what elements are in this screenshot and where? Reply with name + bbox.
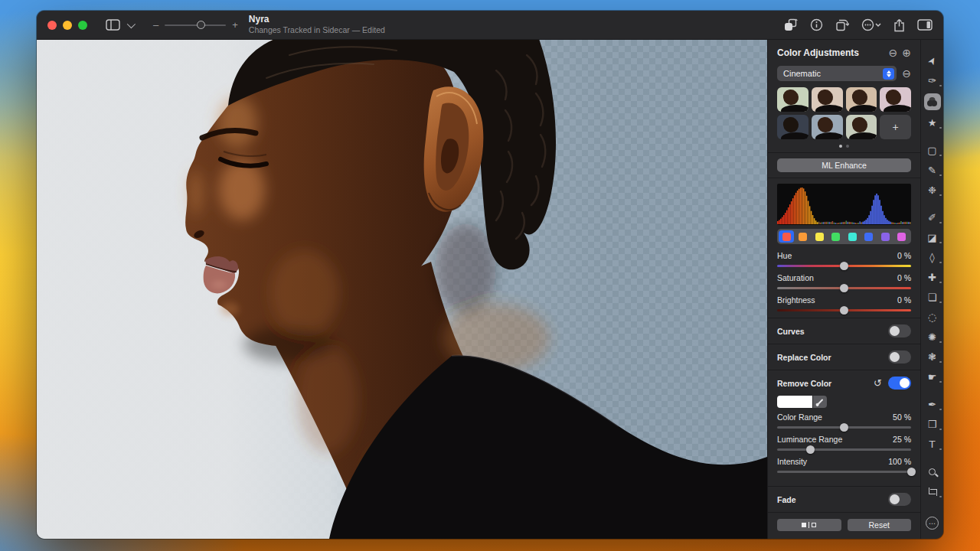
toggle-left-sidebar-icon[interactable] xyxy=(106,19,120,31)
remove-color-toggle[interactable] xyxy=(888,377,911,390)
page-dot[interactable] xyxy=(839,145,842,148)
replace-color-toggle[interactable] xyxy=(888,350,911,364)
free-selection-tool[interactable]: ✎ xyxy=(924,163,941,178)
more-tools-button[interactable]: ⋯ xyxy=(926,517,939,530)
zoom-tool[interactable] xyxy=(924,465,941,479)
slider-value: 25 % xyxy=(893,435,911,444)
rotate-icon[interactable] xyxy=(835,18,849,31)
quick-selection-tool[interactable]: ❉ xyxy=(924,183,941,197)
slider-thumb[interactable] xyxy=(840,262,848,270)
slider-value: 0 % xyxy=(897,273,911,282)
slider-label: Hue xyxy=(777,251,792,260)
preset-thumbnail[interactable] xyxy=(846,87,877,112)
preset-thumbnail[interactable] xyxy=(777,115,808,139)
document-title: Nyra xyxy=(249,14,385,25)
slider-row: Brightness0 % xyxy=(777,295,911,311)
titlebar: – + Nyra Changes Tracked in Sidecar — Ed… xyxy=(37,11,943,40)
minimize-button[interactable] xyxy=(63,21,72,30)
preset-thumbnail[interactable] xyxy=(812,87,843,112)
curves-toggle[interactable] xyxy=(888,324,911,337)
remove-preset-icon[interactable]: ⊖ xyxy=(902,68,911,79)
erase-tool[interactable]: ◊ xyxy=(924,250,941,265)
slider-thumb[interactable] xyxy=(840,306,848,315)
slider-thumb[interactable] xyxy=(806,445,815,454)
image-canvas[interactable] xyxy=(37,40,767,539)
add-adjustment-icon[interactable]: ⊕ xyxy=(902,47,911,58)
color-swatch[interactable] xyxy=(812,230,827,243)
slider-track[interactable] xyxy=(777,309,911,311)
crop-tool[interactable] xyxy=(924,484,941,499)
replace-color-label: Replace Color xyxy=(777,353,831,362)
slider-thumb[interactable] xyxy=(840,284,848,292)
titlebar-actions xyxy=(784,18,933,32)
reset-adjustment-icon[interactable]: ↺ xyxy=(874,377,882,389)
slider-track[interactable] xyxy=(777,448,911,451)
pen-tool[interactable]: ✒ xyxy=(924,397,941,412)
color-swatch[interactable] xyxy=(861,230,877,243)
repair-tool[interactable]: ✚ xyxy=(924,270,941,285)
fade-label: Fade xyxy=(777,495,796,504)
stepper-icon[interactable] xyxy=(883,68,894,80)
fade-toggle[interactable] xyxy=(888,493,911,506)
slider-label: Intensity xyxy=(777,457,807,466)
slider-track[interactable] xyxy=(777,426,911,429)
versions-icon[interactable] xyxy=(784,18,798,31)
style-tool[interactable]: ✑ xyxy=(924,73,941,88)
share-icon[interactable] xyxy=(893,18,905,32)
zoom-slider-knob[interactable] xyxy=(197,21,205,29)
pixel-tool[interactable]: ❃ xyxy=(924,350,941,364)
effects-tool[interactable]: ★ xyxy=(924,116,941,130)
color-swatch[interactable] xyxy=(844,230,860,243)
ml-enhance-button[interactable]: ML Enhance xyxy=(777,158,911,172)
preset-dropdown[interactable]: Cinematic xyxy=(777,66,897,81)
slider-label: Color Range xyxy=(777,412,822,422)
remove-color-sliders: Color Range50 %Luminance Range25 %Intens… xyxy=(777,412,911,479)
chevron-down-icon[interactable] xyxy=(127,19,136,28)
slider-track[interactable] xyxy=(777,265,911,267)
slider-track[interactable] xyxy=(777,471,911,473)
hsb-sliders: Hue0 %Saturation0 %Brightness0 % xyxy=(777,251,911,318)
more-options-icon[interactable] xyxy=(861,18,881,31)
page-dots xyxy=(768,139,920,152)
toggle-right-sidebar-icon[interactable] xyxy=(917,19,933,31)
collapse-all-icon[interactable]: ⊖ xyxy=(889,47,898,58)
page-dot[interactable] xyxy=(846,145,849,148)
sharpen-tool[interactable]: ✺ xyxy=(924,330,941,344)
blur-tool[interactable]: ◌ xyxy=(924,310,941,324)
close-button[interactable] xyxy=(47,21,57,30)
preset-thumbnail[interactable] xyxy=(777,87,808,112)
color-swatch[interactable] xyxy=(795,230,811,243)
info-icon[interactable] xyxy=(810,18,823,31)
eyedropper-button[interactable] xyxy=(813,396,827,408)
compare-button[interactable] xyxy=(777,519,841,531)
clone-tool[interactable]: ❏ xyxy=(924,290,941,305)
zoom-out-button[interactable]: – xyxy=(153,20,158,30)
preset-thumbnail[interactable] xyxy=(880,87,911,112)
color-well[interactable] xyxy=(777,396,812,408)
shape-tool[interactable]: ❒ xyxy=(924,417,941,432)
slider-thumb[interactable] xyxy=(907,468,916,476)
zoom-slider[interactable] xyxy=(165,24,226,26)
smudge-tool[interactable]: ☛ xyxy=(924,370,941,384)
paint-tool[interactable]: ✐ xyxy=(924,210,941,225)
slider-thumb[interactable] xyxy=(840,423,848,432)
add-preset-button[interactable]: + xyxy=(880,115,911,139)
reset-button[interactable]: Reset xyxy=(848,519,912,531)
color-swatch[interactable] xyxy=(877,230,893,243)
histogram xyxy=(777,184,911,225)
color-swatch[interactable] xyxy=(894,230,910,243)
color-adjustments-tool[interactable] xyxy=(924,93,941,110)
fullscreen-button[interactable] xyxy=(78,21,87,30)
zoom-in-button[interactable]: + xyxy=(232,20,238,30)
rectangular-selection-tool[interactable]: ▢ xyxy=(924,143,941,158)
slider-value: 50 % xyxy=(893,412,911,422)
preset-thumbnail[interactable] xyxy=(846,115,877,139)
arrange-tool[interactable]: ➤ xyxy=(924,54,941,68)
preset-thumbnail[interactable] xyxy=(812,115,843,139)
color-swatch[interactable] xyxy=(828,230,844,243)
color-swatch[interactable] xyxy=(779,230,794,243)
fill-tool[interactable]: ◪ xyxy=(924,230,941,245)
slider-track[interactable] xyxy=(777,287,911,289)
type-tool[interactable]: T xyxy=(924,437,941,452)
slider-row: Intensity100 % xyxy=(777,457,911,473)
